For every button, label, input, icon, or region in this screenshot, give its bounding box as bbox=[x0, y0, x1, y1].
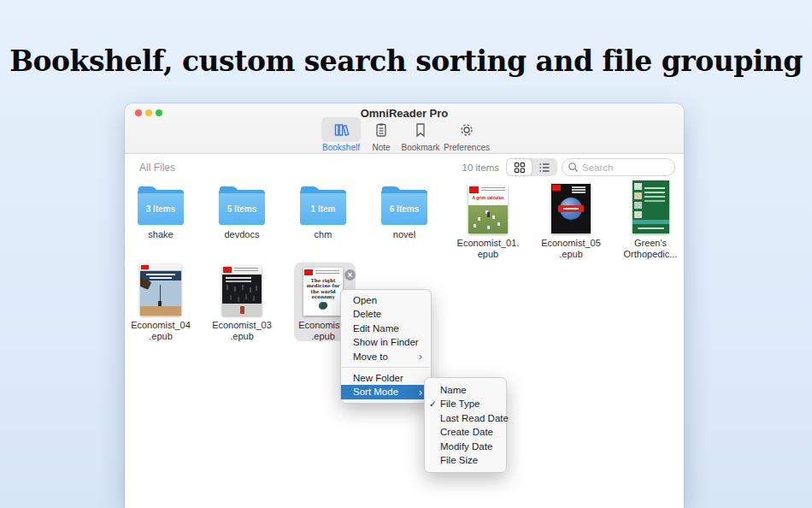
menu-separator bbox=[342, 367, 430, 368]
folder-name: devdocs bbox=[203, 229, 281, 240]
list-icon bbox=[538, 162, 550, 174]
submenu-item-modify-date[interactable]: Modify Date bbox=[425, 440, 506, 453]
folder-item-count: 3 Items bbox=[146, 204, 175, 214]
list-view-button[interactable] bbox=[532, 159, 556, 175]
gear-icon bbox=[458, 121, 475, 139]
grid-view-button[interactable] bbox=[507, 159, 532, 175]
book-title: Economist_01.epub bbox=[449, 238, 527, 260]
view-mode-segmented-control bbox=[506, 158, 557, 176]
breadcrumb-all-files: All Files bbox=[139, 162, 175, 174]
items-count: 10 items bbox=[462, 162, 499, 173]
folder-icon: 1 Item bbox=[300, 186, 346, 225]
grid-icon bbox=[514, 162, 526, 174]
folder-item-chm[interactable]: 1 Item chm bbox=[284, 186, 362, 240]
book-item-economist-03[interactable]: Economist_03.epub bbox=[203, 264, 281, 342]
chevron-right-icon: › bbox=[419, 350, 422, 363]
submenu-item-file-size[interactable]: File Size bbox=[425, 453, 506, 467]
book-title: Economist_04.epub bbox=[121, 320, 200, 342]
book-title: Economist_05.epub bbox=[532, 238, 610, 260]
bookmark-icon bbox=[412, 121, 429, 139]
folder-item-novel[interactable]: 6 Items novel bbox=[365, 186, 444, 240]
sort-mode-submenu: Name ✓ File Type Last Read Date Create D… bbox=[424, 377, 507, 473]
tab-preferences[interactable]: Preferences bbox=[439, 117, 494, 152]
submenu-item-create-date[interactable]: Create Date bbox=[425, 425, 506, 439]
search-input[interactable] bbox=[582, 162, 668, 173]
book-cover bbox=[551, 184, 591, 233]
book-title: Economist_03.epub bbox=[203, 320, 281, 342]
search-field[interactable] bbox=[562, 158, 675, 176]
book-cover bbox=[633, 180, 669, 233]
books-icon bbox=[332, 121, 350, 139]
menu-item-sort-mode[interactable]: Sort Mode › bbox=[341, 385, 431, 399]
book-cover: A grim calculus bbox=[468, 186, 508, 233]
folder-icon: 5 Items bbox=[219, 186, 265, 225]
folder-name: chm bbox=[284, 229, 362, 240]
search-icon bbox=[568, 162, 579, 173]
menu-item-open[interactable]: Open bbox=[341, 293, 431, 307]
book-cover bbox=[222, 266, 262, 316]
chevron-right-icon: › bbox=[419, 386, 422, 399]
folder-item-devdocs[interactable]: 5 Items devdocs bbox=[203, 186, 281, 240]
menu-item-delete[interactable]: Delete bbox=[341, 307, 431, 321]
folder-item-shake[interactable]: 3 Items shake bbox=[121, 186, 200, 240]
book-item-economist-04[interactable]: Economist_04.epub bbox=[121, 264, 200, 342]
folder-item-count: 1 Item bbox=[311, 204, 336, 214]
menu-item-new-folder[interactable]: New Folder bbox=[341, 371, 431, 385]
book-cover bbox=[140, 264, 181, 316]
submenu-item-last-read-date[interactable]: Last Read Date bbox=[425, 411, 506, 425]
folder-icon: 3 Items bbox=[138, 186, 184, 225]
folder-icon: 6 Items bbox=[381, 186, 427, 225]
note-icon bbox=[373, 121, 390, 139]
submenu-item-name[interactable]: Name bbox=[425, 383, 506, 397]
check-icon: ✓ bbox=[429, 397, 437, 411]
menu-item-show-in-finder[interactable]: Show in Finder bbox=[341, 335, 431, 349]
menu-item-edit-name[interactable]: Edit Name bbox=[341, 322, 431, 335]
book-title: Green'sOrthopedic... bbox=[611, 238, 690, 260]
tab-preferences-label: Preferences bbox=[439, 143, 494, 152]
book-item-economist-05[interactable]: Economist_05.epub bbox=[532, 182, 610, 260]
folder-item-count: 6 Items bbox=[390, 204, 419, 214]
submenu-item-file-type[interactable]: ✓ File Type bbox=[425, 397, 506, 411]
folder-name: novel bbox=[365, 229, 444, 240]
menu-item-move-to[interactable]: Move to › bbox=[341, 350, 431, 363]
context-menu: Open Delete Edit Name Show in Finder Mov… bbox=[340, 289, 432, 404]
app-window: OmniReader Pro Bookshelf bbox=[125, 103, 684, 508]
book-cover: The right medicine for the world economy bbox=[303, 268, 343, 316]
page-title: Bookshelf, custom search sorting and fil… bbox=[0, 44, 812, 78]
book-item-economist-01[interactable]: A grim calculus Economist_01.epub bbox=[449, 182, 527, 260]
folder-name: shake bbox=[121, 229, 200, 240]
titlebar: OmniReader Pro Bookshelf bbox=[125, 103, 684, 154]
folder-item-count: 5 Items bbox=[227, 204, 256, 214]
deselect-close-button[interactable]: × bbox=[344, 269, 356, 281]
book-item-greens-orthopedics[interactable]: Green'sOrthopedic... bbox=[611, 182, 690, 260]
